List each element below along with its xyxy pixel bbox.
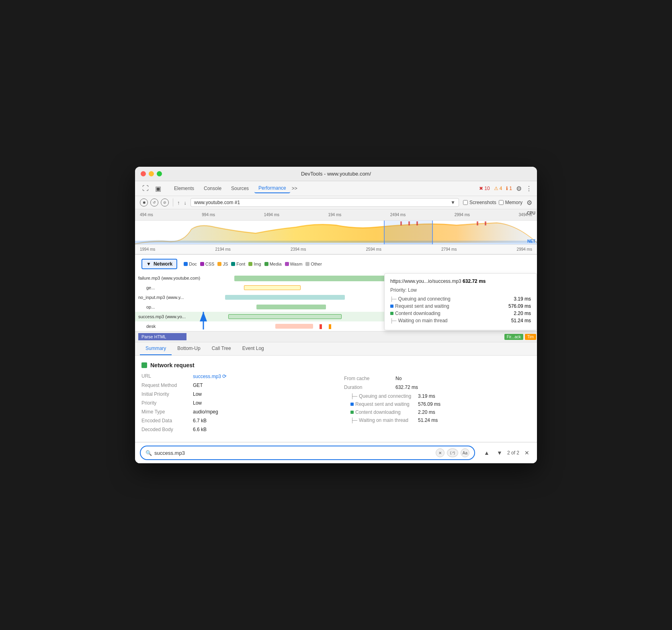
warn-count: 4: [500, 186, 502, 191]
legend-media: Media: [264, 262, 282, 266]
sub-waiting-value: 51.24 ms: [418, 417, 438, 423]
detail-ruler: 1994 ms 2194 ms 2394 ms 2594 ms 2794 ms …: [135, 245, 537, 254]
tr-text-1: Request sent and waiting: [395, 303, 449, 309]
tr-dot-2: [390, 312, 393, 315]
case-button[interactable]: Aa: [461, 448, 469, 457]
svg-rect-4: [408, 221, 410, 225]
svg-rect-8: [135, 241, 537, 245]
req-bar-0: [234, 276, 398, 281]
legend-js-color: [217, 262, 221, 266]
search-input-wrap: 🔍 ✕ (.*) Aa: [140, 446, 475, 460]
url-dropdown-icon[interactable]: ▼: [451, 200, 455, 205]
detail-duration-row: Duration 632.72 ms: [344, 385, 531, 390]
error-icon: ✖: [479, 186, 483, 191]
summary-right: From cache No Duration 632.72 ms ├─ Queu…: [344, 362, 531, 436]
legend-doc-color: [184, 262, 188, 266]
decoded-value: 6.6 kB: [193, 427, 207, 432]
net-label: NET: [527, 239, 535, 243]
sub-dot-blue: [350, 403, 354, 406]
detail-method-row: Request Method GET: [141, 382, 328, 388]
overview-ruler: 494 ms 994 ms 1494 ms 194 ms 2494 ms 299…: [135, 209, 537, 221]
tab-summary[interactable]: Summary: [140, 342, 172, 355]
reload-button[interactable]: ↺: [150, 198, 158, 207]
clear-button[interactable]: ⊘: [161, 198, 169, 207]
cpu-graph-svg: [135, 221, 537, 245]
screenshots-check[interactable]: [463, 200, 468, 205]
detail-encoded-row: Encoded Data 6.7 kB: [141, 418, 328, 423]
tr-label-2: Content downloading: [390, 311, 440, 316]
legend-js-label: JS: [223, 262, 228, 266]
svg-rect-5: [416, 221, 418, 225]
d-mark-0: 1994 ms: [140, 247, 155, 252]
sub-row-queue: ├─ Queuing and connecting 3.19 ms: [344, 393, 531, 399]
prev-result-button[interactable]: ▲: [481, 448, 492, 458]
legend-js: JS: [217, 262, 228, 266]
summary-title-text: Network request: [150, 362, 195, 368]
d-mark-1: 2194 ms: [215, 247, 231, 252]
minimize-button[interactable]: [149, 171, 154, 176]
maximize-button[interactable]: [157, 171, 162, 176]
url-value: success.mp3 ⟳: [193, 373, 227, 379]
req-mark-5b: [329, 324, 331, 329]
network-toggle[interactable]: ▼ Network: [141, 259, 177, 269]
tab-sources[interactable]: Sources: [227, 184, 253, 193]
more-options-icon[interactable]: ⋮: [526, 185, 532, 192]
tab-elements[interactable]: Elements: [170, 184, 198, 193]
detail-priority-row: Priority Low: [141, 400, 328, 406]
upload-icon[interactable]: ↑: [177, 200, 180, 206]
divider: [173, 198, 173, 207]
capture-icon[interactable]: ⚙: [527, 199, 532, 207]
download-icon[interactable]: ↓: [184, 200, 187, 206]
tr-dash-0: ├─: [390, 297, 397, 301]
clear-search-button[interactable]: ✕: [436, 448, 445, 457]
sub-dash-3: ├─: [350, 417, 357, 423]
legend-wasm-label: Wasm: [290, 262, 303, 266]
detail-ruler-marks: 1994 ms 2194 ms 2394 ms 2594 ms 2794 ms …: [140, 247, 532, 252]
tab-console[interactable]: Console: [200, 184, 225, 193]
cursor-icon[interactable]: ⛶: [140, 184, 151, 193]
legend-css-label: CSS: [205, 262, 215, 266]
cpu-graph[interactable]: NET: [135, 221, 537, 245]
memory-checkbox[interactable]: Memory: [499, 200, 522, 205]
more-tabs-button[interactable]: >>: [292, 186, 297, 191]
screenshots-checkbox[interactable]: Screenshots: [463, 200, 496, 205]
sub-row-request: Request sent and waiting 576.09 ms: [344, 401, 531, 407]
tr-val-0: 3.19 ms: [514, 296, 531, 302]
tab-bottom-up[interactable]: Bottom-Up: [172, 342, 206, 355]
req-label-0: failure.mp3 (www.youtube.com): [138, 276, 219, 280]
d-mark-5: 2994 ms: [517, 247, 532, 252]
init-priority-value: Low: [193, 391, 202, 397]
url-link[interactable]: success.mp3: [193, 374, 221, 379]
tim-badge: Tim: [525, 334, 536, 340]
mark-4: 2494 ms: [390, 213, 406, 217]
close-search-button[interactable]: ✕: [522, 448, 532, 458]
tooltip-row-1: Request sent and waiting 576.09 ms: [390, 303, 531, 309]
tooltip-priority: Priority: Low: [390, 287, 531, 293]
next-result-button[interactable]: ▼: [494, 448, 505, 458]
parse-html-label: Parse HTML: [138, 333, 186, 340]
legend-media-color: [264, 262, 268, 266]
d-mark-3: 2594 ms: [366, 247, 381, 252]
sub-content-value: 2.20 ms: [418, 409, 435, 415]
record-button[interactable]: ⏺: [140, 198, 148, 207]
tab-performance[interactable]: Performance: [254, 184, 290, 193]
search-input[interactable]: [154, 450, 433, 456]
reload-icon[interactable]: ⟳: [222, 373, 227, 379]
sub-queue-text: Queuing and connecting: [359, 393, 411, 399]
memory-check[interactable]: [499, 200, 504, 205]
tr-text-0: Queuing and connecting: [398, 296, 451, 302]
summary-title: Network request: [141, 362, 328, 368]
regex-button[interactable]: (.*): [447, 448, 458, 457]
mark-5: 2994 ms: [455, 213, 470, 217]
close-button[interactable]: [141, 171, 146, 176]
tab-call-tree[interactable]: Call Tree: [206, 342, 237, 355]
settings-icon[interactable]: ⚙: [516, 185, 522, 192]
legend-other: Other: [305, 262, 322, 266]
tab-event-log[interactable]: Event Log: [237, 342, 270, 355]
detail-init-priority-row: Initial Priority Low: [141, 391, 328, 397]
result-count: 2 of 2: [507, 450, 519, 456]
sub-dash-0: ├─: [350, 393, 357, 399]
main-tabs: Elements Console Sources Performance >>: [170, 184, 297, 193]
device-icon[interactable]: ▣: [153, 184, 164, 193]
network-header-row: ▼ Network Doc CSS JS Font: [135, 255, 537, 273]
